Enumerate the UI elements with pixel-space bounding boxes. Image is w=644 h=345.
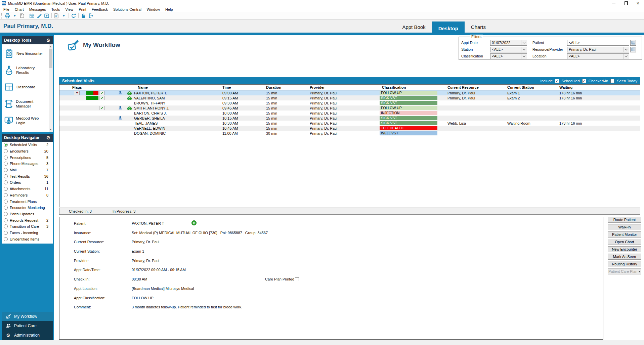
navigator-item-portal-updates[interactable]: Portal Updates xyxy=(2,211,53,217)
checkbox-checked[interactable]: ✓ xyxy=(582,79,586,83)
navigator-item-test-results[interactable]: Test Results36 xyxy=(2,173,53,179)
radio-unselected[interactable] xyxy=(4,187,8,191)
desktop-tools-scrollbar[interactable]: ▲ ▼ xyxy=(49,44,53,132)
navigator-item-mail[interactable]: Mail7 xyxy=(2,167,53,173)
exit-icon[interactable] xyxy=(87,12,94,19)
resource-provider-lookup-button[interactable] xyxy=(630,47,636,52)
menu-tools[interactable]: Tools xyxy=(49,6,63,12)
chevron-down-icon[interactable] xyxy=(623,47,629,52)
navigator-item-transition-of-care[interactable]: Transition of Care3 xyxy=(2,223,53,230)
radio-unselected[interactable] xyxy=(4,168,8,172)
menu-chart[interactable]: Chart xyxy=(12,6,27,12)
tool-dashboard[interactable]: Dashboard xyxy=(2,79,49,95)
module-my-workflow[interactable]: My Workflow xyxy=(2,312,53,321)
tool-document-manager[interactable]: DMSDocument Manager xyxy=(2,95,49,112)
tool-laboratory-results[interactable]: Laboratory Results xyxy=(2,62,49,79)
menu-file[interactable]: File xyxy=(1,6,12,12)
chevron-down-icon[interactable] xyxy=(521,47,527,52)
restore-button[interactable] xyxy=(620,0,632,6)
patient-lookup-button[interactable] xyxy=(630,40,636,46)
visit-row-paxton-peter-t[interactable]: CPAXTON, PETER T.09:00 AM15 minPrimary, … xyxy=(59,90,640,95)
navigator-item-orders[interactable]: Orders1 xyxy=(2,179,53,186)
menu-solutions-central[interactable]: Solutions Central xyxy=(111,6,144,12)
gear-icon[interactable]: ⚙ xyxy=(46,38,50,43)
routing-history-button[interactable]: Routing History xyxy=(608,261,641,267)
navigator-item-reminders[interactable]: Reminders8 xyxy=(2,192,53,199)
add-encounter-icon[interactable] xyxy=(43,12,50,19)
menu-print[interactable]: Print xyxy=(76,6,89,12)
navigator-item-encounters[interactable]: Encounters20 xyxy=(2,148,53,155)
report-icon[interactable] xyxy=(53,12,60,19)
visit-row-teal-james[interactable]: TEAL, JAMES10:30 AM15 minPrimary, Dr. Pa… xyxy=(59,121,640,126)
tag-icon[interactable] xyxy=(18,12,26,19)
patient-input[interactable]: <ALL> xyxy=(567,40,629,46)
scroll-down-icon[interactable]: ▼ xyxy=(49,127,53,132)
minimize-button[interactable] xyxy=(608,0,620,6)
visit-row-gerber-sheila[interactable]: GERBER, SHEILA10:15 AM15 minPrimary, Dr.… xyxy=(59,116,640,121)
appt-date-dropdown[interactable]: 01/07/2022 xyxy=(490,40,527,46)
navigator-item-unidentified-items[interactable]: Unidentified Items xyxy=(2,236,53,242)
calendar-icon[interactable] xyxy=(28,12,36,19)
patient-monitor-button[interactable]: Patient Monitor xyxy=(608,231,641,238)
radio-unselected[interactable] xyxy=(4,200,8,204)
radio-unselected[interactable] xyxy=(4,149,8,153)
radio-selected[interactable] xyxy=(4,143,8,147)
new-encounter-button[interactable]: New Encounter xyxy=(608,246,641,252)
radio-unselected[interactable] xyxy=(4,218,8,222)
walk-in-button[interactable]: Walk-In xyxy=(608,224,641,230)
scroll-thumb[interactable] xyxy=(49,49,52,68)
chevron-down-icon[interactable] xyxy=(623,54,629,59)
radio-unselected[interactable] xyxy=(4,206,8,210)
location-dropdown[interactable]: <ALL> xyxy=(567,53,629,59)
checkbox-unchecked[interactable] xyxy=(610,79,614,83)
navigator-item-scheduled-visits[interactable]: Scheduled Visits2 xyxy=(2,142,53,148)
menu-help[interactable]: Help xyxy=(163,6,176,12)
navigator-item-attachments[interactable]: Attachments11 xyxy=(2,186,53,192)
dropdown-icon[interactable]: ▼ xyxy=(11,12,18,19)
module-patient-care[interactable]: Patient Care xyxy=(2,321,53,331)
radio-unselected[interactable] xyxy=(4,231,8,235)
mark-as-seen-button[interactable]: Mark As Seen xyxy=(608,254,641,260)
gear-icon[interactable]: ⚙ xyxy=(46,135,50,140)
radio-unselected[interactable] xyxy=(4,180,8,184)
classification-dropdown[interactable]: <ALL> xyxy=(490,53,527,59)
tab-desktop[interactable]: Desktop xyxy=(432,21,465,35)
chevron-down-icon[interactable] xyxy=(521,54,527,59)
navigator-item-prescriptions[interactable]: Prescriptions5 xyxy=(2,154,53,161)
chevron-down-icon[interactable] xyxy=(521,40,527,45)
checkbox-unchecked[interactable] xyxy=(295,277,299,281)
navigator-item-treatment-plans[interactable]: Treatment Plans xyxy=(2,198,53,205)
refresh-icon[interactable] xyxy=(70,12,77,19)
tab-appt-book[interactable]: Appt Book xyxy=(396,21,432,33)
radio-unselected[interactable] xyxy=(4,193,8,197)
navigator-item-phone-messages[interactable]: Phone Messages3 xyxy=(2,161,53,167)
printer-icon[interactable] xyxy=(4,12,11,19)
visit-row-valentino-sam[interactable]: CVALENTINO, SAM09:15 AM15 minPrimary, Dr… xyxy=(59,95,640,100)
visit-row-barton-chris-j[interactable]: BARTON, CHRIS J.10:00 AM15 minPrimary, D… xyxy=(59,111,640,116)
radio-unselected[interactable] xyxy=(4,156,8,160)
station-dropdown[interactable]: <ALL> xyxy=(490,47,527,52)
resource-provider-dropdown[interactable]: Primary, Dr. Paul xyxy=(567,47,629,52)
menu-messages[interactable]: Messages xyxy=(27,6,49,12)
tool-medpod-web-login[interactable]: Medpod Web Login xyxy=(2,112,49,129)
checkbox-checked[interactable]: ✓ xyxy=(555,79,559,83)
close-button[interactable]: × xyxy=(632,0,644,6)
scroll-up-icon[interactable]: ▲ xyxy=(49,44,53,49)
menu-view[interactable]: View xyxy=(62,6,76,12)
signature-icon[interactable] xyxy=(36,12,43,19)
open-chart-button[interactable]: Open Chart xyxy=(608,239,641,245)
navigator-item-faxes-incoming[interactable]: Faxes - Incoming xyxy=(2,230,53,236)
flag-icon[interactable] xyxy=(74,91,80,95)
visit-row-brown-tiffany[interactable]: BROWN, TIFFANY09:30 AM15 minPrimary, Dr.… xyxy=(59,100,640,105)
radio-unselected[interactable] xyxy=(4,212,8,216)
route-patient-button[interactable]: Route Patient xyxy=(608,217,641,223)
tab-charts[interactable]: Charts xyxy=(465,21,492,33)
note-icon[interactable] xyxy=(99,96,104,100)
menu-window[interactable]: Window xyxy=(144,6,163,12)
navigator-item-encounter-monitoring[interactable]: Encounter Monitoring xyxy=(2,205,53,211)
menu-feedback[interactable]: Feedback xyxy=(89,6,111,12)
tool-new-encounter[interactable]: New Encounter xyxy=(2,45,49,62)
radio-unselected[interactable] xyxy=(4,224,8,228)
note-icon[interactable] xyxy=(99,91,104,95)
module-administration[interactable]: ⚙Administration xyxy=(2,331,53,340)
